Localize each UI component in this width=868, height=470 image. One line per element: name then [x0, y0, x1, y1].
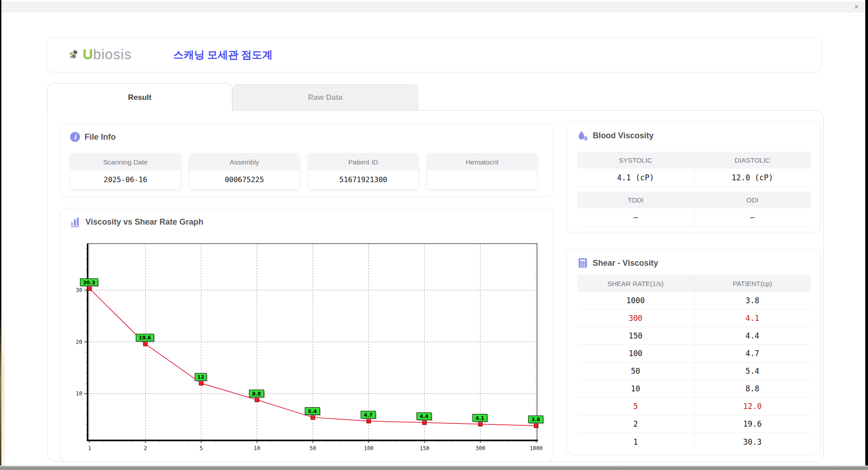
- brand-name: Ubiosis: [83, 47, 132, 63]
- shear-rate-value: 10: [577, 380, 694, 398]
- shear-viscosity-title: Shear - Viscosity: [593, 258, 658, 268]
- patient-viscosity-value: 19.6: [694, 415, 811, 433]
- svg-text:19.6: 19.6: [139, 335, 151, 341]
- field-scanning-date: Scanning Date 2025-06-16: [70, 153, 181, 189]
- file-info-header: i File Info: [70, 132, 116, 142]
- diastolic-value: 12.0 (cP): [694, 169, 811, 187]
- result-panel: i File Info Scanning Date 2025-06-16 Ass…: [47, 110, 824, 462]
- shear-table-row: 10003.8: [577, 292, 811, 310]
- field-value: 2025-06-16: [71, 170, 180, 189]
- field-label: Patient ID: [308, 154, 418, 170]
- field-assembly: Assembly 000675225: [189, 153, 300, 189]
- field-patient-id: Patient ID 51671921300: [308, 153, 419, 189]
- svg-text:150: 150: [420, 445, 429, 451]
- shear-table-row: 108.8: [577, 380, 811, 398]
- field-label: Hematocrit: [427, 154, 537, 170]
- shear-table-row: 1504.4: [577, 327, 811, 345]
- shear-table-row: 512.0: [577, 398, 811, 415]
- tab-result-label: Result: [128, 93, 151, 102]
- ubiosis-logo: Ubiosis: [69, 47, 132, 63]
- svg-text:3.8: 3.8: [531, 417, 540, 423]
- table-header-row: TODI ODI: [577, 192, 811, 208]
- window-bottom-edge: [0, 465, 868, 470]
- viscosity-shear-chart: 1020301251050100150300100030.319.6128.85…: [63, 238, 549, 461]
- shear-rate-value: 1000: [577, 292, 694, 310]
- diastolic-header: DIASTOLIC: [694, 152, 811, 169]
- file-info-card: i File Info Scanning Date 2025-06-16 Ass…: [60, 123, 553, 197]
- viscosity-graph-card: Viscosity vs Shear Rate Graph 1020301251…: [60, 208, 553, 462]
- svg-text:10: 10: [254, 445, 260, 451]
- table-value-row: – –: [577, 208, 811, 227]
- shear-rate-value: 5: [577, 398, 694, 415]
- app-title: 스캐닝 모세관 점도계: [173, 48, 273, 62]
- table-gap: [577, 187, 811, 192]
- titlebar: ×: [1, 1, 865, 12]
- svg-text:1000: 1000: [530, 445, 543, 451]
- svg-text:1: 1: [88, 445, 91, 451]
- table-header-row: SYSTOLIC DIASTOLIC: [577, 152, 811, 169]
- patient-viscosity-value: 30.3: [694, 433, 811, 451]
- todi-header: TODI: [577, 192, 694, 208]
- screen-right-edge: [865, 0, 868, 465]
- graph-header: Viscosity vs Shear Rate Graph: [70, 216, 203, 227]
- svg-text:100: 100: [364, 445, 374, 451]
- field-hematocrit: Hematocrit: [427, 153, 538, 189]
- shear-table-row: 130.3: [577, 433, 811, 451]
- systolic-header: SYSTOLIC: [577, 152, 694, 169]
- shear-table-row: 505.4: [577, 362, 811, 380]
- svg-text:10: 10: [76, 390, 82, 397]
- shear-rate-value: 2: [577, 415, 694, 433]
- blood-viscosity-header: Blood Viscosity: [577, 130, 654, 141]
- odi-header: ODI: [694, 192, 811, 208]
- shear-rate-value: 300: [577, 310, 694, 327]
- patient-viscosity-value: 8.8: [694, 380, 811, 398]
- shear-viscosity-header: Shear - Viscosity: [577, 258, 658, 268]
- svg-text:20: 20: [76, 339, 82, 345]
- shear-viscosity-card: Shear - Viscosity SHEAR RATE(1/s) PATIEN…: [567, 249, 821, 455]
- file-info-fields: Scanning Date 2025-06-16 Assembly 000675…: [70, 153, 538, 189]
- shear-table-row: 219.6: [577, 415, 811, 433]
- shear-rate-value: 50: [577, 362, 694, 380]
- svg-text:30: 30: [76, 287, 82, 293]
- brand-u: U: [83, 47, 93, 62]
- shear-rate-column-header: SHEAR RATE(1/s): [577, 275, 694, 292]
- svg-text:50: 50: [310, 445, 316, 451]
- patient-viscosity-value: 3.8: [694, 292, 811, 310]
- info-icon: i: [70, 132, 80, 142]
- field-label: Assembly: [189, 154, 299, 170]
- header-card: Ubiosis 스캐닝 모세관 점도계: [47, 37, 822, 72]
- close-icon[interactable]: ×: [854, 2, 859, 12]
- odi-value: –: [694, 208, 811, 227]
- bar-chart-icon: [70, 216, 81, 227]
- shear-rate-value: 150: [577, 327, 694, 345]
- blood-drops-icon: [577, 130, 588, 141]
- screen-left-edge: [0, 0, 1, 465]
- svg-text:300: 300: [476, 445, 486, 451]
- field-label: Scanning Date: [71, 154, 180, 170]
- patient-viscosity-value: 5.4: [694, 362, 811, 380]
- tab-result[interactable]: Result: [47, 83, 232, 111]
- blood-viscosity-table: SYSTOLIC DIASTOLIC 4.1 (cP) 12.0 (cP) TO…: [577, 152, 811, 227]
- graph-title: Viscosity vs Shear Rate Graph: [85, 217, 203, 227]
- patient-viscosity-value: 4.1: [694, 310, 811, 327]
- blood-viscosity-card: Blood Viscosity SYSTOLIC DIASTOLIC 4.1 (…: [567, 122, 821, 233]
- svg-text:4.7: 4.7: [364, 412, 373, 418]
- app-window: Ubiosis 스캐닝 모세관 점도계 Result Raw Data i Fi…: [1, 13, 865, 465]
- patient-column-header: PATIENT(cp): [694, 275, 811, 292]
- field-value: 51671921300: [308, 170, 418, 189]
- todi-value: –: [577, 208, 694, 227]
- ubiosis-logo-icon: [69, 49, 80, 60]
- svg-text:5: 5: [199, 445, 203, 451]
- shear-rate-value: 1: [577, 433, 694, 451]
- tab-raw-data[interactable]: Raw Data: [232, 84, 418, 110]
- file-info-title: File Info: [85, 132, 116, 142]
- patient-viscosity-value: 4.7: [694, 345, 811, 362]
- svg-text:5.4: 5.4: [308, 409, 317, 414]
- svg-text:30.3: 30.3: [83, 280, 95, 286]
- tab-raw-data-label: Raw Data: [308, 93, 343, 102]
- shear-viscosity-table: SHEAR RATE(1/s) PATIENT(cp) 10003.83004.…: [577, 275, 811, 451]
- svg-text:2: 2: [144, 445, 147, 451]
- svg-text:8.8: 8.8: [252, 391, 261, 397]
- svg-text:12: 12: [197, 374, 204, 380]
- field-value: [427, 170, 537, 189]
